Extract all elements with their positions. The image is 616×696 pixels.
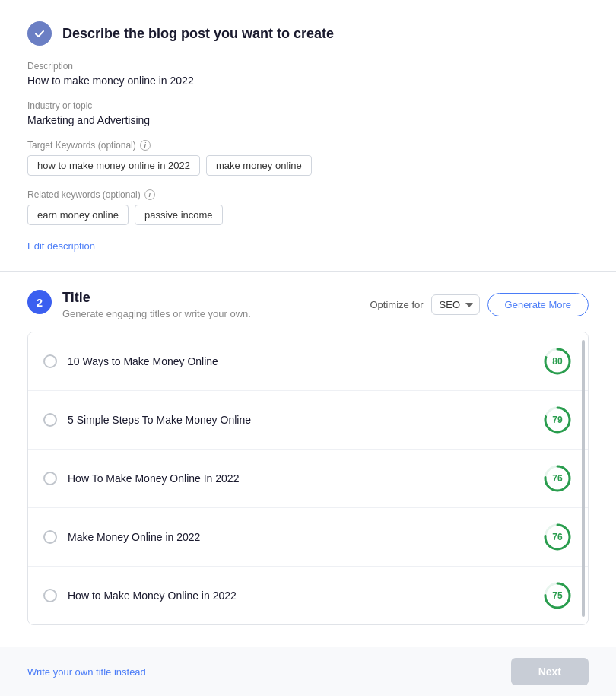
industry-value: Marketing and Advertising [27,114,589,126]
title-item-left: 5 Simple Steps To Make Money Online [43,413,251,427]
target-keywords-label-row: Target Keywords (optional) i [27,140,589,151]
target-keywords-label: Target Keywords (optional) [27,140,136,151]
title-text: How to Make Money Online in 2022 [68,590,237,602]
section2-header: 2 Title Generate engaging titles or writ… [27,290,589,319]
title-text: Make Money Online in 2022 [68,531,200,543]
step-1-section: Describe the blog post you want to creat… [0,0,616,272]
description-label: Description [27,61,589,72]
title-item[interactable]: How to Make Money Online in 2022 75 [28,567,588,624]
target-keywords-field: Target Keywords (optional) i how to make… [27,140,589,176]
related-keywords-info-icon: i [144,189,155,200]
title-text: 5 Simple Steps To Make Money Online [68,414,251,426]
title-item[interactable]: How To Make Money Online In 2022 76 [28,450,588,508]
bottom-bar: Write your own title instead Next [0,647,616,696]
tag-related-1: earn money online [27,205,129,225]
title-item-left: Make Money Online in 2022 [43,530,200,544]
section2-title: Title [62,290,251,306]
score-circle: 76 [542,522,573,552]
related-keywords-label: Related keywords (optional) [27,189,141,200]
section1-header: Describe the blog post you want to creat… [27,21,589,46]
title-item-left: 10 Ways to Make Money Online [43,354,218,368]
generate-more-button[interactable]: Generate More [487,293,589,316]
description-value: How to make money online in 2022 [27,75,589,87]
section2-title-group: Title Generate engaging titles or write … [62,290,251,319]
step2-number: 2 [27,290,52,314]
description-field: Description How to make money online in … [27,61,589,87]
score-value: 80 [552,356,562,367]
title-radio-button[interactable] [43,354,57,368]
title-item[interactable]: 10 Ways to Make Money Online 80 [28,332,588,391]
score-circle: 76 [542,463,573,494]
title-radio-button[interactable] [43,472,57,485]
score-value: 76 [552,473,562,484]
step1-check-icon [27,21,52,46]
section1-title: Describe the blog post you want to creat… [62,26,334,42]
title-radio-button[interactable] [43,530,57,544]
score-value: 79 [552,415,562,425]
tag-related-2: passive income [135,205,223,225]
section2-left: 2 Title Generate engaging titles or writ… [27,290,251,319]
target-keywords-tags: how to make money online in 2022 make mo… [27,155,589,176]
industry-field: Industry or topic Marketing and Advertis… [27,100,589,126]
step-2-section: 2 Title Generate engaging titles or writ… [0,272,616,647]
section2-right: Optimize for SEO Generate More [370,290,589,316]
related-keywords-field: Related keywords (optional) i earn money… [27,189,589,225]
score-circle: 80 [542,346,573,377]
score-circle: 75 [542,580,573,611]
score-value: 76 [552,532,562,542]
target-keywords-info-icon: i [140,140,151,151]
score-circle: 79 [542,405,573,435]
edit-description-link[interactable]: Edit description [27,240,95,252]
title-item[interactable]: 5 Simple Steps To Make Money Online 79 [28,391,588,450]
section2-subtitle: Generate engaging titles or write your o… [62,308,251,319]
title-item-left: How To Make Money Online In 2022 [43,472,239,485]
industry-label: Industry or topic [27,100,589,111]
related-keywords-tags: earn money online passive income [27,205,589,225]
title-radio-button[interactable] [43,413,57,427]
title-text: 10 Ways to Make Money Online [68,355,218,367]
related-keywords-label-row: Related keywords (optional) i [27,189,589,200]
tag-keyword-1: how to make money online in 2022 [27,155,200,176]
title-item[interactable]: Make Money Online in 2022 76 [28,508,588,567]
optimize-label: Optimize for [370,299,423,310]
tag-keyword-2: make money online [206,155,312,176]
title-radio-button[interactable] [43,589,57,602]
score-value: 75 [552,590,562,601]
seo-select[interactable]: SEO [431,294,480,315]
title-item-left: How to Make Money Online in 2022 [43,589,237,602]
title-text: How To Make Money Online In 2022 [68,472,239,485]
next-button[interactable]: Next [511,658,589,685]
write-own-title-link[interactable]: Write your own title instead [27,666,146,678]
title-list: 10 Ways to Make Money Online 80 5 Simple… [27,332,589,625]
